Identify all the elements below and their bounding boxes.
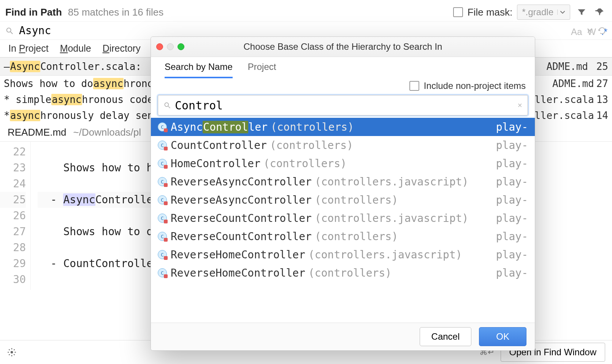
find-input[interactable]: [18, 24, 582, 37]
search-options: Aa W .*: [571, 27, 607, 37]
tab-search-by-name[interactable]: Search by Name: [165, 62, 233, 78]
scope-in-project[interactable]: In Project: [8, 43, 49, 54]
svg-point-0: [7, 28, 11, 32]
code-body[interactable]: Shows how to ha - AsyncController Shows …: [31, 142, 159, 290]
dialog-search-input[interactable]: [174, 98, 517, 112]
dialog-tabs: Search by Name Project: [151, 57, 535, 78]
file-mask-checkbox[interactable]: [453, 7, 463, 17]
file-mask-select[interactable]: *.gradle: [517, 5, 570, 20]
dialog-title: Choose Base Class of the Hierarchy to Se…: [151, 41, 535, 52]
class-icon: C: [158, 122, 167, 131]
scope-directory[interactable]: Directory: [103, 43, 141, 54]
svg-line-1: [11, 32, 13, 34]
class-result-row[interactable]: CReverseHomeController (controllers.java…: [151, 245, 535, 264]
preview-file-name: README.md: [8, 127, 67, 138]
class-result-row[interactable]: CReverseAsyncController (controllers.jav…: [151, 173, 535, 191]
find-in-path-header: Find in Path 85 matches in 16 files File…: [0, 0, 612, 22]
gear-icon[interactable]: [7, 347, 17, 357]
class-result-row[interactable]: CReverseCountController (controllers.jav…: [151, 209, 535, 227]
match-highlight: Async: [10, 61, 40, 72]
class-result-row[interactable]: CAsyncController (controllers)play-: [151, 118, 535, 136]
pin-icon[interactable]: [593, 5, 607, 19]
match-summary: 85 matches in 16 files: [68, 6, 163, 18]
choose-base-class-dialog: Choose Base Class of the Hierarchy to Se…: [151, 36, 535, 351]
chevron-down-icon: [557, 9, 568, 15]
class-result-row[interactable]: CReverseAsyncController (controllers)pla…: [151, 191, 535, 209]
class-icon: C: [158, 159, 167, 168]
class-icon: C: [158, 195, 167, 204]
class-result-row[interactable]: CHomeController (controllers)play-: [151, 154, 535, 173]
dialog-footer: Cancel OK: [151, 323, 535, 350]
scope-module[interactable]: Module: [60, 43, 91, 54]
words-toggle[interactable]: W: [587, 27, 596, 37]
class-icon: C: [158, 177, 167, 186]
class-icon: C: [158, 232, 167, 241]
tab-project[interactable]: Project: [248, 62, 276, 78]
dialog-results: CAsyncController (controllers)play-CCoun…: [151, 118, 535, 282]
dialog-titlebar[interactable]: Choose Base Class of the Hierarchy to Se…: [151, 37, 535, 57]
clear-icon[interactable]: ✕: [517, 102, 522, 109]
class-icon: C: [158, 268, 167, 277]
line-gutter: 222324252627282930: [0, 142, 31, 290]
svg-point-3: [165, 103, 168, 106]
match-case-toggle[interactable]: Aa: [571, 27, 582, 37]
include-non-project-checkbox[interactable]: [409, 81, 419, 91]
cancel-button[interactable]: Cancel: [420, 327, 472, 346]
class-icon: C: [158, 214, 167, 223]
class-result-row[interactable]: CReverseCountController (controllers)pla…: [151, 227, 535, 245]
regex-toggle[interactable]: .*: [601, 27, 607, 37]
class-result-row[interactable]: CCountController (controllers)play-: [151, 136, 535, 154]
svg-line-4: [168, 106, 170, 108]
filter-icon[interactable]: [575, 5, 588, 19]
file-mask-label: File mask:: [468, 6, 512, 18]
search-icon: [5, 27, 14, 35]
ok-button[interactable]: OK: [479, 327, 526, 346]
search-icon: [163, 101, 171, 109]
file-mask-value: *.gradle: [522, 7, 553, 17]
window-title: Find in Path: [5, 6, 62, 18]
svg-point-2: [11, 351, 13, 354]
dialog-search-field[interactable]: ✕: [158, 95, 528, 116]
preview-file-path: ~/Downloads/pl: [73, 127, 141, 138]
class-icon: C: [158, 250, 167, 259]
include-non-project-label: Include non-project items: [424, 81, 526, 91]
class-result-row[interactable]: CReverseHomeController (controllers)play…: [151, 264, 535, 282]
class-icon: C: [158, 141, 167, 150]
